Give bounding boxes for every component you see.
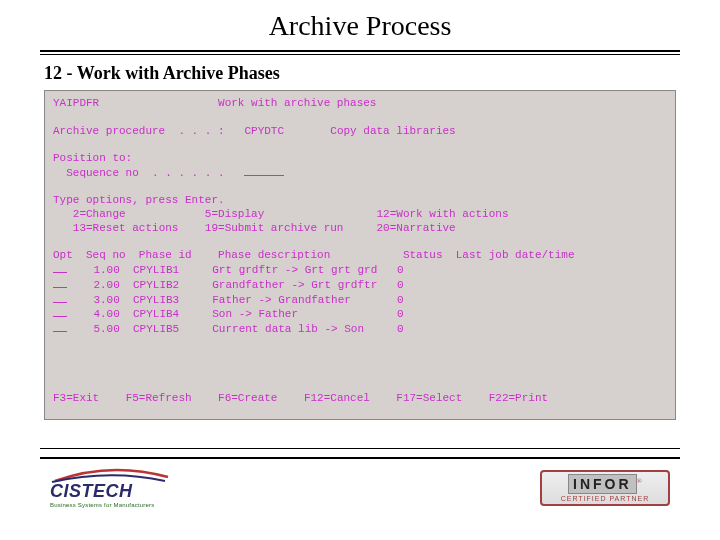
row-phase: CPYLIB1 <box>133 264 179 276</box>
row-seq: 4.00 <box>93 308 119 320</box>
f6-key[interactable]: F6=Create <box>218 392 277 404</box>
opt-5: 5=Display <box>205 208 264 220</box>
col-status: Status <box>403 249 443 261</box>
divider-bottom-thick <box>40 457 680 459</box>
row-status: 0 <box>397 308 404 320</box>
opt-12: 12=Work with actions <box>376 208 508 220</box>
f17-key[interactable]: F17=Select <box>396 392 462 404</box>
divider-bottom-thin <box>40 448 680 449</box>
infor-logo: INFOR® CERTIFIED PARTNER <box>540 470 670 506</box>
opt-input-1[interactable] <box>53 263 67 273</box>
divider-top-thin <box>40 54 680 55</box>
col-desc: Phase description <box>218 249 330 261</box>
row-phase: CPYLIB2 <box>133 279 179 291</box>
row-seq: 3.00 <box>93 294 119 306</box>
opt-input-5[interactable] <box>53 322 67 332</box>
opt-input-4[interactable] <box>53 307 67 317</box>
position-label: Position to: <box>53 152 132 164</box>
opt-2: 2=Change <box>73 208 126 220</box>
cistech-tagline: Business Systems for Manufacturers <box>50 502 155 508</box>
registered-icon: ® <box>637 476 642 484</box>
divider-top-thick <box>40 50 680 52</box>
row-status: 0 <box>397 294 404 306</box>
cistech-logo: CISTECH Business Systems for Manufacture… <box>50 467 170 508</box>
row-desc: Grt grdftr -> Grt grt grd <box>212 264 377 276</box>
subtitle: 12 - Work with Archive Phases <box>0 63 720 90</box>
row-status: 0 <box>397 323 404 335</box>
swoosh-icon <box>50 467 170 483</box>
col-opt: Opt <box>53 249 73 261</box>
opt-input-2[interactable] <box>53 278 67 288</box>
seq-label: Sequence no . . . . . . <box>53 167 225 179</box>
opt-input-3[interactable] <box>53 293 67 303</box>
row-seq: 2.00 <box>93 279 119 291</box>
row-seq: 1.00 <box>93 264 119 276</box>
opt-19: 19=Submit archive run <box>205 222 344 234</box>
col-seq: Seq no <box>86 249 126 261</box>
terminal-screen: YAIPDFR Work with archive phases Archive… <box>44 90 676 420</box>
row-phase: CPYLIB4 <box>133 308 179 320</box>
cistech-name: CISTECH <box>50 481 133 502</box>
row-status: 0 <box>397 279 404 291</box>
screen-title: Work with archive phases <box>218 97 376 109</box>
f12-key[interactable]: F12=Cancel <box>304 392 370 404</box>
proc-desc: Copy data libraries <box>330 125 455 137</box>
row-seq: 5.00 <box>93 323 119 335</box>
page-title: Archive Process <box>0 10 720 42</box>
opt-13: 13=Reset actions <box>73 222 179 234</box>
infor-name: INFOR <box>568 474 637 494</box>
sequence-input[interactable] <box>244 166 284 176</box>
row-desc: Son -> Father <box>212 308 298 320</box>
col-phase: Phase id <box>139 249 192 261</box>
opt-20: 20=Narrative <box>376 222 455 234</box>
col-last: Last job date/time <box>456 249 575 261</box>
row-status: 0 <box>397 264 404 276</box>
program-id: YAIPDFR <box>53 97 99 109</box>
f3-key[interactable]: F3=Exit <box>53 392 99 404</box>
f5-key[interactable]: F5=Refresh <box>126 392 192 404</box>
instructions: Type options, press Enter. <box>53 194 225 206</box>
row-desc: Current data lib -> Son <box>212 323 364 335</box>
row-phase: CPYLIB5 <box>133 323 179 335</box>
row-desc: Father -> Grandfather <box>212 294 351 306</box>
row-desc: Grandfather -> Grt grdftr <box>212 279 377 291</box>
proc-label: Archive procedure . . . : <box>53 125 225 137</box>
infor-subtitle: CERTIFIED PARTNER <box>548 495 662 502</box>
proc-code: CPYDTC <box>244 125 284 137</box>
row-phase: CPYLIB3 <box>133 294 179 306</box>
f22-key[interactable]: F22=Print <box>489 392 548 404</box>
